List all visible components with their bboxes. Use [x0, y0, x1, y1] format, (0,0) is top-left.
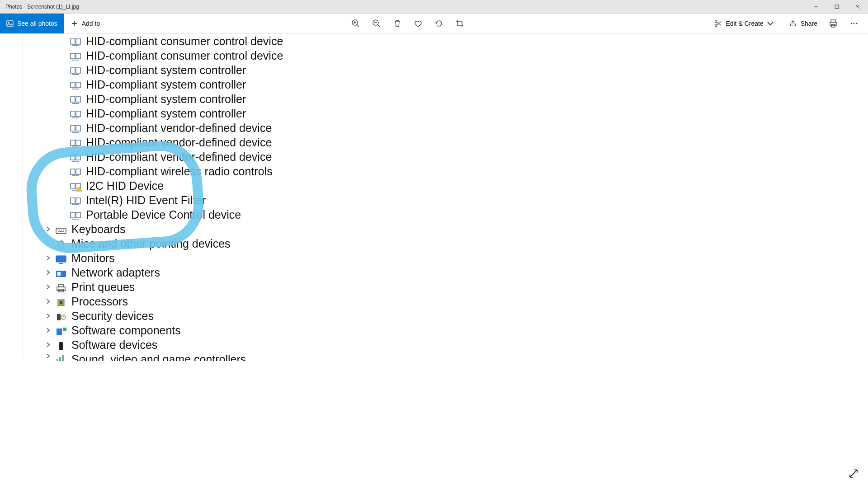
share-label: Share — [801, 20, 817, 27]
toolbar: See all photos Add to Edit & Create — [0, 14, 868, 34]
chevron-right-icon — [44, 283, 52, 291]
device-icon — [70, 36, 81, 46]
svg-point-2 — [8, 22, 9, 23]
device-category-row[interactable]: Keyboards — [9, 222, 283, 236]
device-row[interactable]: HID-compliant system controller — [9, 77, 283, 92]
category-label: Print queues — [71, 280, 135, 294]
keyboard-icon — [55, 224, 67, 234]
svg-point-10 — [851, 23, 852, 24]
audio-icon — [55, 352, 67, 361]
device-label: HID-compliant vendor-defined device — [86, 135, 272, 150]
toolbar-right: Edit & Create Share — [708, 14, 868, 33]
see-all-photos-label: See all photos — [17, 20, 57, 27]
device-label: Portable Device Control device — [86, 207, 241, 222]
crop-button[interactable] — [449, 14, 470, 34]
svg-rect-20 — [76, 82, 80, 88]
device-label: I2C HID Device — [86, 178, 164, 193]
device-row[interactable]: Portable Device Control device — [9, 207, 283, 222]
svg-rect-25 — [71, 126, 75, 131]
software-device-icon — [55, 340, 67, 350]
device-label: HID-compliant system controller — [86, 63, 246, 77]
add-to-label: Add to — [82, 20, 100, 27]
device-row[interactable]: HID-compliant consumer control device — [9, 34, 283, 48]
displayed-screenshot-image: HID-compliant consumer control deviceHID… — [0, 34, 868, 488]
device-category-row[interactable]: Sound, video and game controllers — [9, 352, 283, 361]
svg-rect-30 — [76, 155, 80, 160]
device-label: HID-compliant vendor-defined device — [86, 150, 272, 164]
svg-rect-39 — [56, 228, 66, 234]
chevron-right-icon — [44, 254, 52, 262]
chevron-right-icon — [44, 225, 52, 233]
scissors-icon — [714, 19, 722, 28]
svg-rect-37 — [71, 212, 75, 218]
category-label: Software components — [71, 323, 181, 338]
device-icon — [70, 123, 81, 133]
category-label: Security devices — [71, 309, 154, 323]
device-row[interactable]: HID-compliant consumer control device — [9, 48, 283, 63]
device-icon — [70, 195, 81, 205]
photo-viewport[interactable]: HID-compliant consumer control deviceHID… — [0, 34, 868, 488]
device-row[interactable]: Intel(R) HID Event Filter — [9, 193, 283, 207]
zoom-out-button[interactable] — [366, 14, 387, 34]
svg-rect-34 — [76, 183, 80, 189]
svg-rect-38 — [76, 212, 80, 218]
device-row[interactable]: HID-compliant system controller — [9, 92, 283, 106]
device-category-row[interactable]: Print queues — [9, 280, 283, 294]
device-row[interactable]: HID-compliant system controller — [9, 106, 283, 121]
print-button[interactable] — [823, 14, 844, 34]
more-button[interactable] — [844, 14, 864, 34]
minimize-button[interactable] — [806, 0, 826, 13]
security-icon — [55, 311, 67, 321]
svg-rect-52 — [63, 328, 66, 331]
category-label: Software devices — [71, 338, 157, 352]
printer-icon — [55, 282, 67, 292]
svg-rect-17 — [71, 68, 75, 73]
network-icon — [55, 267, 67, 277]
chevron-right-icon — [44, 326, 52, 334]
edit-create-label: Edit & Create — [726, 20, 763, 27]
favorite-button[interactable] — [408, 14, 429, 34]
device-row[interactable]: HID-compliant vendor-defined device — [9, 135, 283, 150]
svg-rect-26 — [76, 126, 80, 131]
maximize-button[interactable] — [826, 0, 847, 13]
device-row[interactable]: HID-compliant vendor-defined device — [9, 150, 283, 164]
photos-icon — [6, 20, 14, 27]
rotate-button[interactable] — [429, 14, 449, 34]
svg-rect-9 — [831, 24, 835, 27]
device-row[interactable]: HID-compliant vendor-defined device — [9, 121, 283, 135]
device-category-row[interactable]: Software devices — [9, 338, 283, 352]
device-category-row[interactable]: Security devices — [9, 309, 283, 323]
edit-create-button[interactable]: Edit & Create — [708, 14, 783, 33]
device-icon — [70, 94, 81, 104]
zoom-in-button[interactable] — [345, 14, 366, 34]
svg-rect-45 — [58, 285, 64, 287]
window-controls — [806, 0, 868, 13]
device-row[interactable]: HID-compliant wireless radio controls — [9, 164, 283, 178]
delete-button[interactable] — [387, 14, 408, 34]
device-icon — [70, 80, 81, 89]
add-to-button[interactable]: Add to — [64, 14, 107, 33]
device-icon — [70, 51, 81, 61]
window-titlebar: Photos - Screenshot (1)_LI.jpg — [0, 0, 868, 14]
device-category-row[interactable]: Mice and other pointing devices — [9, 236, 283, 251]
device-label: Intel(R) HID Event Filter — [86, 193, 206, 207]
chevron-right-icon — [44, 268, 52, 277]
device-row[interactable]: I2C HID Device — [9, 178, 283, 193]
minimize-icon — [814, 5, 818, 9]
chip-icon — [55, 296, 67, 306]
see-all-photos-button[interactable]: See all photos — [0, 14, 64, 33]
fullscreen-button[interactable] — [848, 468, 859, 479]
device-category-row[interactable]: Processors — [9, 294, 283, 309]
device-label: HID-compliant vendor-defined device — [86, 121, 272, 135]
device-category-row[interactable]: Network adapters — [9, 265, 283, 280]
svg-rect-15 — [71, 53, 75, 59]
svg-point-12 — [856, 23, 858, 24]
close-button[interactable] — [847, 0, 868, 13]
device-icon — [70, 181, 81, 191]
device-category-row[interactable]: Software components — [9, 323, 283, 338]
svg-rect-19 — [71, 82, 75, 88]
device-row[interactable]: HID-compliant system controller — [9, 63, 283, 77]
share-button[interactable]: Share — [783, 14, 823, 33]
svg-rect-0 — [835, 5, 839, 9]
device-category-row[interactable]: Monitors — [9, 251, 283, 265]
